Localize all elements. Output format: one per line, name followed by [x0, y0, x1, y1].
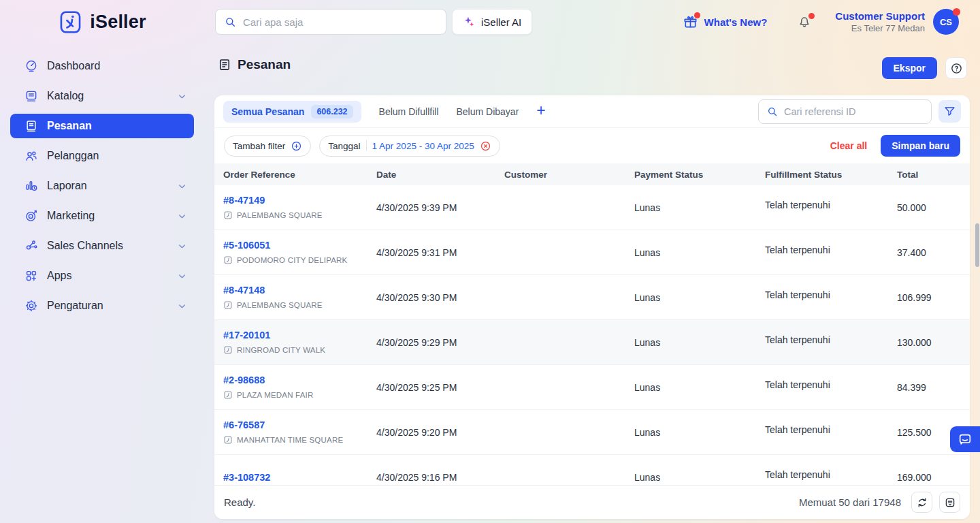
order-reference-link[interactable]: #6-76587: [223, 419, 376, 430]
sidebar-item-pengaturan[interactable]: Pengaturan: [10, 294, 194, 318]
brand-logo[interactable]: iSeller: [0, 10, 204, 35]
column-total: Total: [897, 170, 970, 180]
sidebar-item-dashboard[interactable]: Dashboard: [10, 54, 194, 78]
book-icon: [24, 89, 38, 103]
order-outlet: PODOMORO CITY DELIPARK: [223, 255, 376, 265]
column-date: Date: [376, 170, 504, 180]
apps-icon: [24, 269, 38, 283]
sidebar-item-label: Dashboard: [47, 60, 100, 72]
top-bar: iSeller iSeller AI: [0, 0, 980, 44]
notification-dot: [808, 13, 815, 19]
sidebar-item-label: Marketing: [47, 210, 95, 222]
reference-search[interactable]: [758, 99, 932, 124]
avatar[interactable]: CS: [933, 9, 959, 35]
reference-search-input[interactable]: [784, 106, 924, 117]
sidebar-nav: Dashboard Katalog Pesanan Pelanggan Lapo…: [10, 54, 194, 323]
payment-status: Lunas: [634, 247, 765, 258]
global-search-input[interactable]: [243, 16, 438, 28]
sidebar-item-label: Pesanan: [47, 120, 92, 132]
sidebar-item-sales-channels[interactable]: Sales Channels: [10, 234, 194, 258]
sidebar-item-apps[interactable]: Apps: [10, 264, 194, 288]
clear-all-button[interactable]: Clear all: [830, 140, 867, 151]
sidebar-item-marketing[interactable]: Marketing: [10, 204, 194, 228]
order-reference-link[interactable]: #17-20101: [223, 330, 376, 340]
chevron-down-icon: [177, 241, 187, 251]
order-date: 4/30/2025 9:29 PM: [376, 337, 504, 348]
scrollbar-thumb[interactable]: [975, 223, 979, 267]
target-icon: [24, 209, 38, 223]
gear-icon: [24, 299, 38, 313]
avatar-initials: CS: [940, 17, 952, 27]
sidebar-item-label: Katalog: [47, 90, 84, 102]
outlet-name: MANHATTAN TIME SQUARE: [237, 436, 343, 444]
column-payment-status: Payment Status: [634, 170, 765, 180]
sidebar-item-katalog[interactable]: Katalog: [10, 84, 194, 108]
order-reference-link[interactable]: #3-108732: [223, 472, 376, 483]
iseller-ai-label: iSeller AI: [481, 16, 521, 28]
sidebar-item-label: Pengaturan: [47, 300, 103, 312]
table-row[interactable]: #5-106051 PODOMORO CITY DELIPARK 4/30/20…: [214, 230, 970, 275]
global-search[interactable]: [215, 9, 446, 35]
date-filter-value: 1 Apr 2025 - 30 Apr 2025: [372, 141, 474, 151]
sidebar-item-pesanan[interactable]: Pesanan: [10, 114, 194, 138]
customer-support-title: Customer Support: [835, 10, 925, 22]
export-button[interactable]: Ekspor: [882, 57, 937, 79]
order-reference-link[interactable]: #5-106051: [223, 240, 376, 251]
iseller-ai-button[interactable]: iSeller AI: [452, 9, 532, 35]
avatar-notification-dot: [953, 8, 960, 16]
refresh-button[interactable]: [911, 492, 932, 513]
sidebar-item-label: Pelanggan: [47, 150, 99, 162]
order-total: 130.000: [897, 337, 970, 348]
sidebar-item-pelanggan[interactable]: Pelanggan: [10, 144, 194, 168]
tab-belum-difullfill[interactable]: Belum Difullfill: [379, 106, 439, 117]
sidebar-item-label: Sales Channels: [47, 240, 123, 252]
column-fulfillment-status: Fulfillment Status: [765, 170, 897, 180]
table-row[interactable]: #6-76587 MANHATTAN TIME SQUARE 4/30/2025…: [214, 410, 970, 455]
remove-filter-icon[interactable]: [480, 140, 491, 152]
date-filter-label: Tanggal: [328, 141, 360, 151]
store-icon: [223, 255, 233, 265]
tab-semua-pesanan[interactable]: Semua Pesanan 606.232: [223, 101, 361, 123]
sidebar-item-laporan[interactable]: Laporan: [10, 174, 194, 198]
table-row[interactable]: #8-47148 PALEMBANG SQUARE 4/30/2025 9:30…: [214, 275, 970, 320]
table-body: #8-47149 PALEMBANG SQUARE 4/30/2025 9:39…: [214, 185, 970, 500]
order-date: 4/30/2025 9:20 PM: [376, 427, 504, 438]
customer-support-button[interactable]: Customer Support Es Teler 77 Medan: [835, 10, 925, 33]
notifications-button[interactable]: [797, 14, 812, 29]
filter-button[interactable]: [938, 100, 961, 123]
table-row[interactable]: #2-98688 PLAZA MEDAN FAIR 4/30/2025 9:25…: [214, 365, 970, 410]
tab-belum-dibayar[interactable]: Belum Dibayar: [457, 106, 519, 117]
tabs-bar: Semua Pesanan 606.232 Belum Difullfill B…: [214, 95, 970, 128]
fulfillment-status: Telah terpenuhi: [765, 334, 897, 351]
save-filter-button[interactable]: Simpan baru: [881, 135, 960, 157]
funnel-icon: [943, 105, 956, 118]
date-filter-chip[interactable]: Tanggal 1 Apr 2025 - 30 Apr 2025: [319, 136, 500, 157]
order-reference-link[interactable]: #2-98688: [223, 375, 376, 385]
order-total: 106.999: [897, 292, 970, 303]
store-icon: [223, 390, 233, 400]
add-filter-chip[interactable]: Tambah filter: [224, 136, 311, 157]
add-tab-button[interactable]: +: [536, 103, 545, 121]
order-reference-link[interactable]: #8-47149: [223, 195, 376, 206]
order-date: 4/30/2025 9:30 PM: [376, 292, 504, 303]
order-date: 4/30/2025 9:39 PM: [376, 202, 504, 213]
log-button[interactable]: [939, 492, 960, 513]
search-icon: [766, 106, 779, 118]
plus-circle-icon: [291, 140, 302, 152]
tab-label: Semua Pesanan: [231, 106, 304, 117]
iseller-logo-icon: [58, 10, 83, 35]
order-total: 84.399: [897, 382, 970, 393]
payment-status: Lunas: [634, 202, 765, 213]
order-outlet: PALEMBANG SQUARE: [223, 210, 376, 220]
page-title-text: Pesanan: [238, 57, 291, 72]
whats-new-button[interactable]: What's New?: [683, 14, 768, 30]
fulfillment-status: Telah terpenuhi: [765, 379, 897, 396]
order-outlet: RINGROAD CITY WALK: [223, 345, 376, 355]
sidebar-item-label: Apps: [47, 270, 71, 282]
chevron-down-icon: [177, 91, 187, 101]
table-row[interactable]: #17-20101 RINGROAD CITY WALK 4/30/2025 9…: [214, 320, 970, 365]
order-reference-link[interactable]: #8-47148: [223, 285, 376, 296]
chat-widget-button[interactable]: [950, 426, 980, 452]
help-button[interactable]: [945, 57, 967, 79]
table-row[interactable]: #8-47149 PALEMBANG SQUARE 4/30/2025 9:39…: [214, 185, 970, 230]
